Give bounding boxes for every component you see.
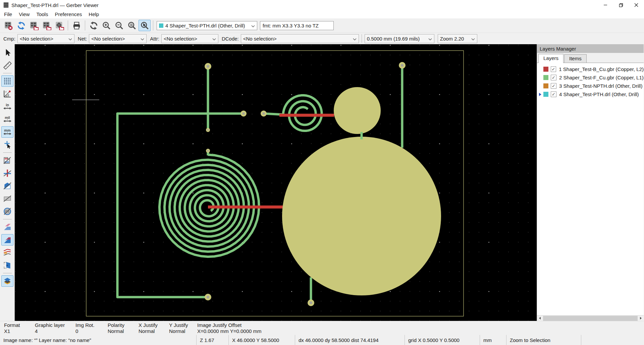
- info-label: Format: [4, 322, 35, 328]
- normal-mode-button[interactable]: [1, 234, 13, 246]
- status-cell-5: mm: [480, 335, 506, 345]
- print-button[interactable]: [70, 20, 83, 31]
- gerber-canvas[interactable]: [15, 44, 537, 321]
- layer-row[interactable]: ✓1 Shaper_Test-B_Cu.gbr (Copper, L2): [537, 65, 644, 73]
- net-select[interactable]: <No selection>: [89, 34, 147, 43]
- active-layer-select[interactable]: 4 Shaper_Test-PTH.drl (Other, Drill): [157, 21, 257, 30]
- scroll-left-icon[interactable]: [537, 316, 543, 321]
- layer-visibility-checkbox[interactable]: ✓: [551, 83, 556, 89]
- zoom-fit-button[interactable]: [126, 20, 138, 31]
- layer-visibility-checkbox[interactable]: ✓: [551, 75, 556, 80]
- layer-color-swatch[interactable]: [543, 83, 548, 88]
- layer-color-swatch[interactable]: [543, 92, 548, 97]
- layer-name[interactable]: 1 Shaper_Test-B_Cu.gbr (Copper, L2): [559, 66, 644, 72]
- diff-mode-button[interactable]: [1, 221, 13, 233]
- sketch-lines-button[interactable]: [1, 167, 13, 179]
- current-layer-marker: [539, 93, 543, 96]
- reload-all-layers-icon: [17, 21, 26, 30]
- show-dcodes-button[interactable]: D1: [1, 206, 13, 217]
- active-layer-value: 4 Shaper_Test-PTH.drl (Other, Drill): [165, 23, 245, 28]
- info-image-justify-offset: Image Justify OffsetX=0.0000 mm Y=0.0000…: [197, 321, 262, 335]
- zoom-to-selection-button[interactable]: [139, 20, 151, 31]
- redraw-view-icon: [89, 21, 98, 30]
- tab-items[interactable]: Items: [564, 54, 587, 63]
- attr-select[interactable]: <No selection>: [161, 34, 218, 43]
- layer-row[interactable]: ✓4 Shaper_Test-PTH.drl (Other, Drill): [537, 90, 644, 98]
- tab-layers[interactable]: Layers: [538, 54, 564, 63]
- open-gerber-files-button[interactable]: [41, 20, 53, 31]
- show-page-limits-icon: [3, 261, 12, 270]
- minimize-button[interactable]: [598, 0, 613, 10]
- grid-toggle-button[interactable]: [1, 75, 13, 87]
- layers-horizontal-scrollbar[interactable]: [537, 315, 644, 321]
- redraw-view-button[interactable]: [88, 20, 100, 31]
- units-mm-button[interactable]: mm: [1, 126, 13, 138]
- info-img-rot-: Img Rot.0: [75, 321, 108, 335]
- dcode-value: <No selection>: [243, 36, 277, 42]
- status-bar: Image name: “” Layer name: “no name”Z 1.…: [0, 335, 644, 345]
- info-value: Normal: [139, 328, 169, 334]
- active-layer-swatch: [159, 23, 163, 28]
- menu-view[interactable]: View: [15, 11, 33, 18]
- menu-file[interactable]: File: [1, 11, 15, 18]
- status-cell-7: [581, 335, 644, 345]
- units-mils-button[interactable]: mil: [1, 114, 13, 125]
- scroll-right-icon[interactable]: [638, 316, 644, 321]
- chevron-down-icon: [138, 36, 144, 42]
- cmp-select[interactable]: <No selection>: [17, 34, 74, 43]
- layer-row[interactable]: ✓3 Shaper_Test-NPTH.drl (Other, Drill): [537, 82, 644, 90]
- format-info-field[interactable]: fmt: mm X3.3 Y3.3 no TZ: [260, 21, 334, 30]
- layer-color-swatch[interactable]: [543, 75, 548, 80]
- open-drill-file-button[interactable]: [53, 20, 65, 31]
- main-toolbar: 4 Shaper_Test-PTH.drl (Other, Drill) fmt…: [0, 18, 644, 33]
- layer-name[interactable]: 2 Shaper_Test-F_Cu.gbr (Copper, L1): [559, 75, 644, 80]
- units-inches-button[interactable]: in: [1, 101, 13, 112]
- dcode-select[interactable]: <No selection>: [241, 34, 359, 43]
- open-gerber-file-button[interactable]: [28, 20, 40, 31]
- zoom-select[interactable]: Zoom 2.20: [438, 34, 477, 43]
- info-value: 0: [75, 328, 108, 334]
- menu-preferences[interactable]: Preferences: [51, 11, 85, 18]
- cmp-value: <No selection>: [20, 36, 53, 42]
- svg-text:mm: mm: [4, 128, 10, 132]
- layers-manager-tabs: LayersItems: [537, 53, 644, 63]
- clear-all-layers-button[interactable]: [2, 20, 14, 31]
- layer-name[interactable]: 3 Shaper_Test-NPTH.drl (Other, Drill): [559, 83, 642, 89]
- normal-mode-icon: [3, 235, 12, 244]
- svg-text:r: r: [5, 90, 6, 93]
- layer-name[interactable]: 4 Shaper_Test-PTH.drl (Other, Drill): [559, 91, 639, 97]
- sketch-flashed-items-icon: [3, 156, 12, 165]
- zoom-out-button[interactable]: [113, 20, 125, 31]
- measure-tool-button[interactable]: [1, 60, 13, 71]
- sketch-flashed-items-button[interactable]: [1, 155, 13, 166]
- show-negative-objects-button[interactable]: [1, 193, 13, 204]
- info-label: X Justify: [139, 322, 169, 328]
- layer-color-swatch[interactable]: [543, 67, 548, 72]
- svg-text:θ: θ: [7, 94, 9, 97]
- left-toolbar: rθinmilmmD1: [0, 44, 15, 321]
- window-title: Shaper_Test-PTH.drl — Gerber Viewer: [11, 2, 99, 8]
- layer-visibility-checkbox[interactable]: ✓: [551, 91, 556, 97]
- grid-size-select[interactable]: 0.5000 mm (19.69 mils): [365, 34, 434, 43]
- restore-button[interactable]: [613, 0, 629, 10]
- select-tool-button[interactable]: [1, 47, 13, 58]
- menu-help[interactable]: Help: [85, 11, 102, 18]
- polar-coords-button[interactable]: rθ: [1, 88, 13, 99]
- zoom-to-selection-icon: [140, 21, 149, 30]
- layer-visibility-checkbox[interactable]: ✓: [551, 66, 556, 72]
- current-layer-arrow-icon: [539, 93, 541, 96]
- scrollbar-thumb[interactable]: [543, 316, 638, 321]
- raw-layers-mode-button[interactable]: [1, 275, 13, 287]
- menu-tools[interactable]: Tools: [33, 11, 51, 18]
- sketch-polygons-button[interactable]: [1, 180, 13, 192]
- cursor-shape-button[interactable]: [1, 139, 13, 150]
- highlight-net-button[interactable]: [1, 247, 13, 258]
- close-button[interactable]: [629, 0, 644, 10]
- show-page-limits-button[interactable]: [1, 260, 13, 271]
- reload-all-layers-button[interactable]: [15, 20, 27, 31]
- measure-tool-icon: [3, 61, 12, 70]
- format-info-text: fmt: mm X3.3 Y3.3 no TZ: [263, 23, 319, 28]
- zoom-in-button[interactable]: [100, 20, 112, 31]
- zoom-fit-icon: [127, 21, 137, 30]
- layer-row[interactable]: ✓2 Shaper_Test-F_Cu.gbr (Copper, L1): [537, 73, 644, 82]
